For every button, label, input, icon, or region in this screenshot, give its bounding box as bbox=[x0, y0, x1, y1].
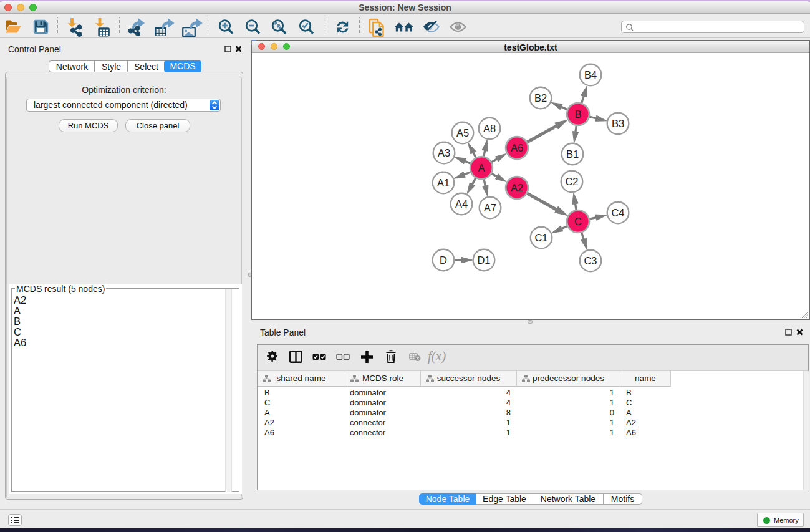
svg-text:C: C bbox=[574, 216, 582, 227]
svg-text:A3: A3 bbox=[438, 147, 450, 158]
svg-text:C3: C3 bbox=[584, 255, 597, 266]
svg-text:A6: A6 bbox=[511, 142, 523, 153]
svg-text:B3: B3 bbox=[612, 118, 624, 129]
svg-text:B1: B1 bbox=[566, 148, 579, 160]
svg-text:A4: A4 bbox=[455, 198, 468, 210]
svg-text:A5: A5 bbox=[456, 127, 469, 138]
svg-text:B: B bbox=[574, 109, 581, 120]
svg-text:A2: A2 bbox=[511, 182, 523, 193]
svg-text:A8: A8 bbox=[483, 123, 496, 134]
svg-text:C2: C2 bbox=[565, 176, 578, 187]
svg-text:A7: A7 bbox=[484, 202, 496, 213]
svg-text:C4: C4 bbox=[611, 207, 624, 218]
svg-text:B4: B4 bbox=[584, 69, 597, 80]
svg-text:B2: B2 bbox=[534, 92, 547, 104]
svg-text:C1: C1 bbox=[534, 232, 547, 243]
svg-text:D: D bbox=[440, 254, 447, 266]
svg-text:D1: D1 bbox=[477, 254, 490, 266]
svg-text:A1: A1 bbox=[437, 177, 450, 188]
svg-text:A: A bbox=[478, 162, 485, 173]
